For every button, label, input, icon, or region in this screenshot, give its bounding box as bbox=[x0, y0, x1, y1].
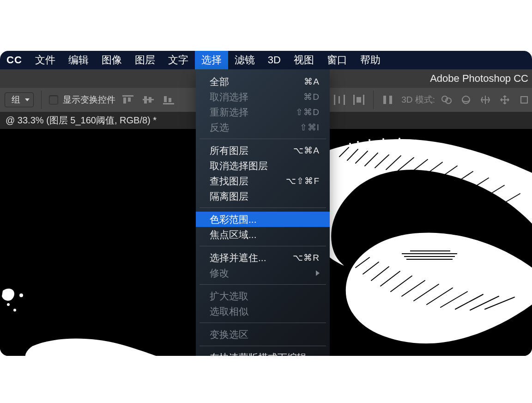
menu-entry-label: 查找图层 bbox=[210, 175, 286, 188]
mode-3d-label: 3D 模式: bbox=[401, 94, 435, 106]
menu-entry: 变换选区 bbox=[196, 327, 330, 342]
menu-entry-shortcut: ⌥⌘A bbox=[293, 145, 320, 156]
svg-rect-14 bbox=[363, 95, 364, 105]
menu-separator bbox=[200, 246, 326, 246]
menu-item-文件[interactable]: 文件 bbox=[29, 51, 62, 69]
menu-item-图层[interactable]: 图层 bbox=[128, 51, 162, 69]
align-bottom-icon bbox=[161, 92, 176, 108]
chevron-down-icon bbox=[25, 98, 30, 101]
menu-entry-label: 在快速蒙版模式下编辑 bbox=[210, 351, 320, 356]
menu-entry[interactable]: 色彩范围... bbox=[196, 212, 330, 227]
group-combobox[interactable]: 组 bbox=[5, 92, 34, 107]
menu-item-选择[interactable]: 选择 bbox=[195, 51, 228, 69]
svg-rect-5 bbox=[149, 97, 151, 103]
menu-entry-shortcut: ⌥⌘R bbox=[293, 252, 320, 263]
menu-entry[interactable]: 隔离图层 bbox=[196, 189, 330, 204]
svg-point-49 bbox=[7, 303, 10, 306]
svg-rect-1 bbox=[123, 98, 126, 104]
svg-point-22 bbox=[341, 147, 343, 148]
menu-item-窗口[interactable]: 窗口 bbox=[320, 51, 354, 69]
menu-entry-shortcut: ⌘D bbox=[303, 92, 320, 102]
menu-entry[interactable]: 选择并遮住...⌥⌘R bbox=[196, 250, 330, 265]
app-title: Adobe Photoshop CC bbox=[430, 73, 528, 84]
menu-entry-label: 全部 bbox=[210, 75, 304, 88]
menu-entry-shortcut: ⇧⌘D bbox=[296, 107, 320, 117]
menu-separator bbox=[200, 323, 326, 323]
svg-rect-20 bbox=[521, 97, 527, 103]
menu-entry-label: 修改 bbox=[210, 267, 316, 280]
orbit-3d-icon bbox=[439, 92, 454, 108]
menu-entry-label: 反选 bbox=[210, 121, 300, 134]
menu-bar: CC 文件编辑图像图层文字选择滤镜3D视图窗口帮助 bbox=[0, 51, 532, 69]
menu-item-帮助[interactable]: 帮助 bbox=[354, 51, 387, 69]
svg-point-48 bbox=[19, 293, 23, 297]
menu-entry: 取消选择⌘D bbox=[196, 89, 330, 104]
svg-rect-12 bbox=[353, 95, 355, 105]
svg-point-29 bbox=[433, 142, 435, 144]
svg-point-19 bbox=[462, 96, 470, 104]
separator bbox=[41, 91, 42, 109]
menu-item-滤镜[interactable]: 滤镜 bbox=[228, 51, 261, 69]
show-transform-checkbox[interactable] bbox=[49, 95, 58, 104]
svg-point-34 bbox=[332, 153, 333, 155]
svg-point-42 bbox=[330, 247, 331, 249]
menu-entry: 反选⇧⌘I bbox=[196, 120, 330, 135]
rotate-3d-icon bbox=[458, 92, 474, 108]
distribute-hcenter-icon bbox=[351, 92, 367, 108]
menu-entry[interactable]: 全部⌘A bbox=[196, 74, 330, 89]
menu-entry-label: 扩大选取 bbox=[210, 290, 320, 303]
menu-entry-label: 变换选区 bbox=[210, 328, 320, 341]
menu-entry[interactable]: 在快速蒙版模式下编辑 bbox=[196, 350, 330, 356]
menu-entry-label: 焦点区域... bbox=[210, 228, 320, 241]
distribute-h-icon bbox=[332, 92, 347, 108]
svg-rect-2 bbox=[128, 98, 131, 102]
svg-point-26 bbox=[382, 138, 384, 140]
svg-point-50 bbox=[13, 309, 16, 311]
svg-point-33 bbox=[507, 170, 509, 171]
menu-entry: 扩大选取 bbox=[196, 288, 330, 304]
svg-rect-9 bbox=[334, 95, 335, 105]
menu-entry-label: 色彩范围... bbox=[210, 213, 320, 226]
menu-item-编辑[interactable]: 编辑 bbox=[62, 51, 95, 69]
menu-item-3D[interactable]: 3D bbox=[261, 51, 287, 69]
svg-point-32 bbox=[489, 160, 490, 162]
document-tab-label: @ 33.3% (图层 5_160阈值, RGB/8) * bbox=[6, 115, 157, 125]
svg-rect-16 bbox=[389, 96, 392, 104]
menu-entry-shortcut: ⌘A bbox=[304, 76, 320, 87]
menu-separator bbox=[200, 346, 326, 346]
svg-rect-6 bbox=[163, 103, 174, 104]
menu-entry-label: 所有图层 bbox=[210, 144, 293, 157]
menu-entry-label: 重新选择 bbox=[210, 106, 296, 119]
menu-separator bbox=[200, 208, 326, 208]
scale-3d-icon bbox=[516, 92, 532, 108]
menu-entry-label: 隔离图层 bbox=[210, 190, 320, 203]
menu-entry[interactable]: 焦点区域... bbox=[196, 227, 330, 242]
svg-rect-8 bbox=[169, 98, 171, 102]
svg-point-24 bbox=[357, 141, 359, 143]
menu-entry-shortcut: ⇧⌘I bbox=[300, 122, 320, 133]
svg-point-25 bbox=[369, 139, 370, 141]
select-menu-dropdown: 全部⌘A取消选择⌘D重新选择⇧⌘D反选⇧⌘I所有图层⌥⌘A取消选择图层查找图层⌥… bbox=[196, 69, 330, 356]
menu-separator bbox=[200, 139, 326, 139]
menu-separator bbox=[200, 284, 326, 285]
menu-entry[interactable]: 查找图层⌥⇧⌘F bbox=[196, 173, 330, 189]
menu-item-图像[interactable]: 图像 bbox=[95, 51, 128, 69]
menu-entry[interactable]: 所有图层⌥⌘A bbox=[196, 143, 330, 158]
menu-entry-shortcut: ⌥⇧⌘F bbox=[286, 176, 320, 186]
svg-rect-15 bbox=[383, 96, 386, 104]
menu-entry[interactable]: 取消选择图层 bbox=[196, 158, 330, 173]
menu-entry-label: 取消选择 bbox=[210, 91, 303, 104]
app-window: Adobe Photoshop CC CC 文件编辑图像图层文字选择滤镜3D视图… bbox=[0, 51, 532, 356]
align-top-icon bbox=[120, 92, 136, 108]
svg-rect-0 bbox=[122, 95, 133, 97]
menu-item-视图[interactable]: 视图 bbox=[287, 51, 320, 69]
svg-rect-7 bbox=[164, 96, 167, 102]
distribute-space-icon bbox=[380, 92, 396, 108]
pan-3d-icon bbox=[478, 92, 493, 108]
menu-entry-label: 取消选择图层 bbox=[210, 159, 320, 172]
align-vcenter-icon bbox=[140, 92, 156, 108]
group-combobox-label: 组 bbox=[12, 94, 20, 106]
submenu-arrow-icon bbox=[316, 270, 320, 276]
menu-entry-label: 选择并遮住... bbox=[210, 251, 293, 264]
menu-item-文字[interactable]: 文字 bbox=[162, 51, 195, 69]
